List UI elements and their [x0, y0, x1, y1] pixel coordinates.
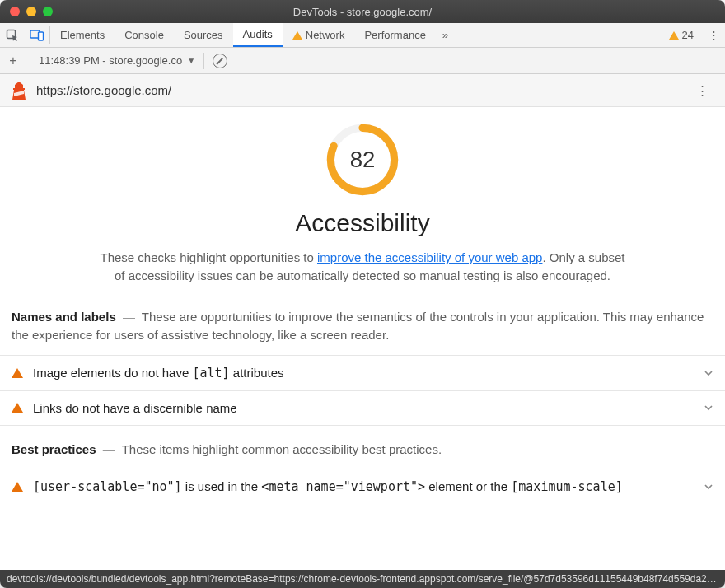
svg-rect-2	[39, 32, 44, 40]
report-scroll[interactable]: 82 Accessibility These checks highlight …	[0, 107, 725, 570]
device-toolbar-icon[interactable]	[25, 23, 49, 47]
audit-image-alt[interactable]: Image elements do not have [alt] attribu…	[0, 356, 725, 391]
chevron-down-icon	[704, 482, 713, 492]
report-url: https://store.google.com/	[36, 83, 171, 97]
window-title: DevTools - store.google.com/	[0, 6, 725, 18]
status-bar: devtools://devtools/bundled/devtools_app…	[0, 570, 725, 588]
audit-list-names-labels: Image elements do not have [alt] attribu…	[0, 355, 725, 426]
report-menu-button[interactable]: ⋮	[690, 83, 713, 98]
report-urlbar: https://store.google.com/ ⋮	[0, 74, 725, 107]
issues-counter[interactable]: 24	[661, 23, 702, 47]
tab-sources[interactable]: Sources	[174, 23, 233, 47]
main-tabstrip: Elements Console Sources Audits Network …	[0, 23, 725, 48]
settings-menu-button[interactable]: ⋮	[702, 23, 725, 47]
minimize-window-button[interactable]	[26, 7, 36, 16]
warning-icon	[669, 31, 679, 40]
devtools-window: DevTools - store.google.com/ Elements Co…	[0, 0, 725, 588]
section-best-practices: Best practices — These items highlight c…	[0, 426, 725, 460]
status-text: devtools://devtools/bundled/devtools_app…	[7, 573, 717, 585]
chevron-down-icon	[704, 368, 713, 378]
tab-audits[interactable]: Audits	[233, 23, 283, 47]
audits-toolbar: + 11:48:39 PM - store.google.co ▼	[0, 48, 725, 74]
fail-icon	[12, 482, 23, 492]
warning-icon	[292, 31, 302, 40]
tabs-overflow-button[interactable]: »	[436, 23, 455, 47]
titlebar: DevTools - store.google.com/	[0, 0, 725, 23]
audit-list-best-practices: [user-scalable="no"] is used in the <met…	[0, 469, 725, 504]
score-gauge: 82	[325, 122, 400, 198]
chevron-down-icon	[704, 403, 713, 413]
audit-viewport[interactable]: [user-scalable="no"] is used in the <met…	[0, 469, 725, 504]
section-names-labels: Names and labels — These are opportuniti…	[0, 293, 725, 345]
audit-link-name[interactable]: Links do not have a discernible name	[0, 391, 725, 426]
tab-elements[interactable]: Elements	[50, 23, 115, 47]
new-audit-button[interactable]: +	[5, 54, 21, 68]
tab-performance[interactable]: Performance	[354, 23, 435, 47]
category-description: These checks highlight opportunities to …	[99, 249, 626, 285]
fail-icon	[12, 368, 23, 378]
zoom-window-button[interactable]	[43, 7, 53, 16]
divider	[203, 53, 204, 69]
tab-network[interactable]: Network	[283, 23, 355, 47]
report-content: 82 Accessibility These checks highlight …	[0, 107, 725, 570]
clear-all-button[interactable]	[213, 54, 227, 68]
close-window-button[interactable]	[10, 7, 20, 16]
score-gauge-wrap: 82 Accessibility These checks highlight …	[0, 107, 725, 293]
accessibility-learn-more-link[interactable]: improve the accessibility of your web ap…	[317, 250, 542, 264]
divider	[30, 53, 30, 69]
inspect-element-icon[interactable]	[0, 23, 25, 47]
traffic-lights	[0, 7, 53, 16]
fail-icon	[12, 403, 23, 413]
lighthouse-icon	[12, 82, 26, 100]
report-selector[interactable]: 11:48:39 PM - store.google.co ▼	[39, 54, 195, 67]
chevron-down-icon: ▼	[187, 56, 195, 65]
score-value: 82	[350, 147, 376, 172]
tab-console[interactable]: Console	[115, 23, 174, 47]
category-title: Accessibility	[295, 209, 429, 237]
